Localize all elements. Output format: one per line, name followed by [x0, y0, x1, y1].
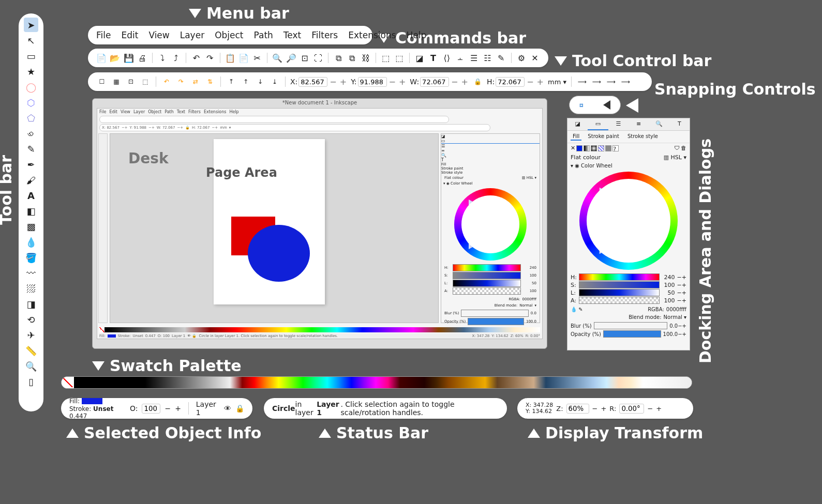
tool-ellipse[interactable]: ◯	[24, 80, 38, 94]
unit-select[interactable]: mm ▾	[548, 78, 566, 86]
s-value[interactable]: 100	[662, 282, 675, 288]
tool-spray[interactable]: ⛆	[24, 281, 38, 296]
o-plus[interactable]: +	[175, 404, 181, 413]
a-value[interactable]: 100	[662, 297, 675, 304]
tool-eraser[interactable]: ◨	[24, 297, 38, 311]
h-minus[interactable]: −	[526, 77, 534, 87]
paint-radial-icon[interactable]	[591, 145, 597, 151]
stroke-value[interactable]: Unset	[93, 405, 113, 413]
fill-stroke-icon[interactable]: ◪	[414, 52, 425, 64]
menu-layer[interactable]: Layer	[180, 30, 204, 40]
raise-top-icon[interactable]: ⤒	[226, 76, 237, 87]
tool-star[interactable]: ★	[24, 64, 38, 79]
x-minus[interactable]: −	[328, 77, 337, 87]
selectors-icon[interactable]: ✎	[496, 52, 506, 64]
swatch-none[interactable]	[62, 377, 74, 388]
hsl-select[interactable]: ▥ HSL ▾	[664, 154, 686, 161]
snap-toggle-icon[interactable]: ⧈	[579, 101, 584, 109]
rotate-ccw-icon[interactable]: ↶	[161, 76, 172, 87]
x-field[interactable]	[298, 77, 327, 87]
tool-connector[interactable]: ⟲	[24, 312, 38, 327]
r-minus[interactable]: −	[647, 405, 653, 413]
zoom-sel-icon[interactable]: ⛶	[313, 52, 323, 64]
tool-tweak[interactable]: 〰	[24, 266, 38, 280]
open-icon[interactable]: 📂	[110, 52, 120, 64]
redo-icon[interactable]: ↷	[204, 52, 215, 64]
paint-x-icon[interactable]: ✕	[571, 145, 575, 151]
blur-value[interactable]: 0.0	[669, 323, 678, 329]
menu-edit[interactable]: Edit	[121, 30, 138, 40]
tool-pencil[interactable]: ✎	[24, 142, 38, 156]
paint-pattern-icon[interactable]	[598, 145, 604, 151]
menu-view[interactable]: View	[148, 30, 169, 40]
flip-h-icon[interactable]: ⇄	[190, 76, 201, 87]
dock-tab-text[interactable]: T	[669, 118, 690, 130]
dock-tab-align[interactable]: ≡	[629, 118, 649, 130]
tool-calligraphy[interactable]: 🖌	[24, 173, 38, 187]
deselect-icon[interactable]: ⊡	[125, 76, 137, 87]
zoom-field[interactable]	[566, 404, 589, 414]
menu-extensions[interactable]: Extensions	[348, 30, 396, 40]
blend-select[interactable]: Normal ▾	[664, 314, 686, 320]
subtab-stroke-style[interactable]: Stroke style	[625, 133, 660, 141]
layer-select[interactable]: Layer 1	[196, 400, 220, 417]
raise-icon[interactable]: ↑	[240, 76, 251, 87]
paste-icon[interactable]: 📄	[238, 52, 249, 64]
menu-file[interactable]: File	[96, 30, 111, 40]
color-wheel[interactable]	[579, 172, 678, 270]
y-minus[interactable]: −	[388, 77, 397, 87]
undo-icon[interactable]: ↶	[191, 52, 201, 64]
paint-unknown-icon[interactable]: ?	[612, 145, 619, 151]
visibility-icon[interactable]: 👁	[224, 404, 231, 413]
opacity-field[interactable]	[142, 404, 160, 414]
opacity-slider[interactable]	[603, 330, 661, 338]
prefs-icon[interactable]: ⚙	[516, 52, 527, 64]
stroke-width[interactable]: 0.447	[69, 413, 87, 420]
select-all-layers-icon[interactable]: ▦	[111, 76, 122, 87]
clone-icon[interactable]: ⧉	[347, 52, 357, 64]
paint-trash-icon[interactable]: 🗑	[681, 145, 686, 151]
menu-object[interactable]: Object	[215, 30, 243, 40]
tool-text[interactable]: A	[24, 188, 38, 203]
print-icon[interactable]: 🖨	[137, 52, 147, 64]
tool-mesh[interactable]: ▩	[24, 219, 38, 234]
blue-circle[interactable]	[248, 225, 310, 282]
y-plus[interactable]: +	[398, 77, 407, 87]
tool-selector[interactable]: ➤	[24, 18, 38, 32]
ungroup-icon[interactable]: ⬚	[394, 52, 405, 64]
flip-v-icon[interactable]: ⇅	[204, 76, 216, 87]
swatch-palette[interactable]	[61, 376, 692, 389]
w-minus[interactable]: −	[450, 77, 459, 87]
tool-pages[interactable]: ▯	[24, 374, 38, 389]
dock-tab-objprops[interactable]: ▭	[588, 118, 608, 130]
xml-icon[interactable]: ⟨⟩	[442, 52, 452, 64]
tool-node[interactable]: ↖	[24, 33, 38, 48]
tool-zoom[interactable]: 🔍	[24, 359, 38, 373]
scale-gradient-icon[interactable]: ⟶	[605, 76, 617, 87]
menu-filters[interactable]: Filters	[311, 30, 338, 40]
tool-3dbox[interactable]: ⬡	[24, 95, 38, 110]
menu-text[interactable]: Text	[283, 30, 301, 40]
new-icon[interactable]: 📄	[96, 52, 107, 64]
tool-dropper[interactable]: 💧	[24, 235, 38, 249]
w-plus[interactable]: +	[460, 77, 469, 87]
blur-slider[interactable]	[594, 322, 668, 329]
paint-swatch-icon[interactable]	[605, 145, 611, 151]
menu-help[interactable]: Help	[407, 30, 427, 40]
select-all-icon[interactable]: ☐	[96, 76, 108, 87]
rgba-value[interactable]: 0000ffff	[666, 307, 686, 312]
o-minus[interactable]: −	[165, 404, 171, 413]
snap-expand-icon[interactable]	[603, 100, 610, 110]
scale-stroke-icon[interactable]: ⟶	[576, 76, 588, 87]
y-field[interactable]	[358, 77, 387, 87]
fill-swatch[interactable]	[82, 398, 102, 404]
lower-icon[interactable]: ↓	[255, 76, 266, 87]
scale-corners-icon[interactable]: ⟶	[591, 76, 602, 87]
unlink-icon[interactable]: ⛓	[361, 52, 371, 64]
tool-gradient[interactable]: ◧	[24, 204, 38, 218]
tool-measure[interactable]: 📏	[24, 343, 38, 358]
r-plus[interactable]: +	[656, 405, 662, 413]
h-value[interactable]: 240	[662, 274, 675, 281]
lock-icon[interactable]: 🔒	[472, 76, 484, 87]
paint-shield-icon[interactable]: 🛡	[674, 145, 680, 151]
